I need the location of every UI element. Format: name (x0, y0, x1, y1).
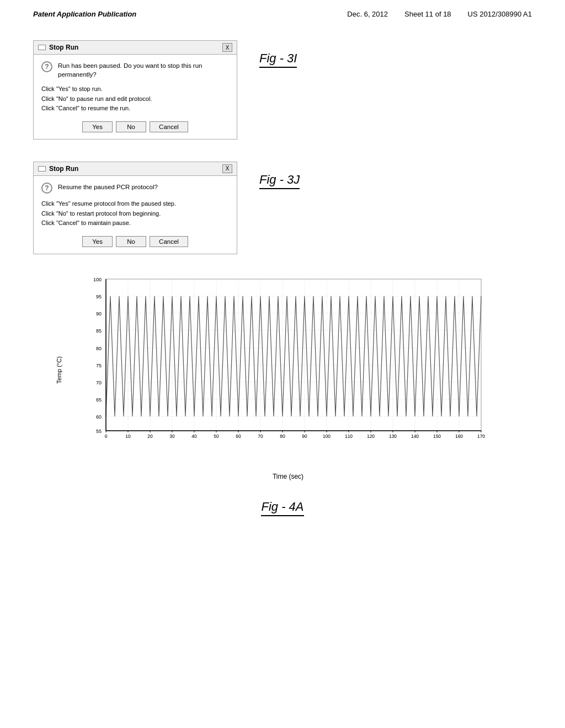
svg-text:50: 50 (214, 433, 219, 439)
chart-svg: 100 95 90 85 80 75 70 (89, 276, 487, 442)
dialog-3i-title: Stop Run (49, 44, 78, 51)
fig-3i-label: Fig - 3I (259, 51, 297, 68)
dialog-3i-body: ? Run has been paused. Do you want to st… (34, 55, 237, 139)
chart-section: Temp (°C) 100 95 90 85 (33, 276, 532, 464)
dialog-3i-no-button[interactable]: No (116, 121, 146, 132)
svg-text:65: 65 (96, 397, 102, 403)
question-icon: ? (41, 61, 52, 72)
patent-number: US 2012/308990 A1 (468, 10, 532, 18)
svg-text:100: 100 (323, 433, 331, 439)
window-icon-2 (38, 166, 46, 172)
dialog-3i-cancel-button[interactable]: Cancel (150, 121, 188, 132)
svg-text:150: 150 (433, 433, 441, 439)
dialog-3j-row: Stop Run X ? Resume the paused PCR proto… (33, 162, 532, 254)
svg-text:170: 170 (477, 433, 485, 439)
page-header: Patent Application Publication Dec. 6, 2… (0, 0, 565, 24)
publication-label: Patent Application Publication (33, 10, 136, 18)
svg-text:80: 80 (280, 433, 285, 439)
dialog-3j-body: ? Resume the paused PCR protocol? Click … (34, 176, 237, 254)
dialog-3j-close-button[interactable]: X (222, 164, 232, 173)
svg-text:0: 0 (105, 433, 108, 439)
publication-date: Dec. 6, 2012 (347, 10, 388, 18)
dialog-3i-title-left: Stop Run (38, 44, 78, 51)
dialog-3j: Stop Run X ? Resume the paused PCR proto… (33, 162, 237, 254)
svg-text:55: 55 (96, 429, 102, 434)
close-icon-2: X (226, 165, 230, 172)
dialog-3j-cancel-button[interactable]: Cancel (150, 236, 188, 247)
header-meta: Dec. 6, 2012 Sheet 11 of 18 US 2012/3089… (347, 10, 532, 18)
svg-text:30: 30 (169, 433, 175, 439)
svg-text:40: 40 (191, 433, 197, 439)
dialog-3j-title-left: Stop Run (38, 165, 78, 173)
main-content: Stop Run X ? Run has been paused. Do you… (0, 24, 565, 533)
svg-text:160: 160 (455, 433, 463, 439)
instruction-line-2: Click "No" to pause run and edit protoco… (41, 95, 152, 102)
dialog-3i-close-button[interactable]: X (222, 43, 232, 52)
dialog-3i-yes-button[interactable]: Yes (82, 121, 113, 132)
window-icon (38, 45, 46, 50)
svg-text:90: 90 (302, 433, 307, 439)
dialog-3j-instructions: Click "Yes" resume protocol from the pau… (41, 199, 229, 228)
dialog-3j-no-button[interactable]: No (116, 236, 146, 247)
instruction-3j-line-1: Click "Yes" resume protocol from the pau… (41, 200, 176, 207)
svg-text:75: 75 (96, 363, 102, 368)
svg-text:10: 10 (125, 433, 131, 439)
instruction-line-1: Click "Yes" to stop run. (41, 85, 103, 92)
dialog-3j-titlebar: Stop Run X (34, 162, 237, 176)
svg-text:60: 60 (96, 414, 102, 420)
chart-container: Temp (°C) 100 95 90 85 (67, 276, 498, 464)
svg-text:80: 80 (96, 346, 102, 351)
dialog-3i-message: Run has been paused. Do you want to stop… (58, 61, 229, 79)
sheet-number: Sheet 11 of 18 (404, 10, 451, 18)
chart-x-label: Time (sec) (89, 473, 487, 480)
svg-text:90: 90 (96, 311, 102, 317)
svg-text:110: 110 (345, 433, 353, 439)
svg-text:100: 100 (93, 277, 102, 282)
svg-text:120: 120 (367, 433, 375, 439)
instruction-3j-line-2: Click "No" to restart protocol from begi… (41, 210, 161, 217)
dialog-3i-instructions: Click "Yes" to stop run. Click "No" to p… (41, 84, 229, 114)
dialog-3i-row: Stop Run X ? Run has been paused. Do you… (33, 40, 532, 140)
question-icon-2: ? (41, 183, 52, 194)
dialog-3j-message-row: ? Resume the paused PCR protocol? (41, 183, 229, 194)
dialog-3i-message-row: ? Run has been paused. Do you want to st… (41, 61, 229, 79)
svg-text:95: 95 (96, 294, 102, 299)
svg-text:130: 130 (389, 433, 397, 439)
instruction-3j-line-3: Click "Cancel" to maintain pause. (41, 220, 131, 226)
dialog-3i-buttons: Yes No Cancel (41, 121, 229, 132)
publication-text: Patent Application Publication (33, 10, 136, 18)
dialog-3j-title: Stop Run (49, 165, 78, 173)
dialog-3j-message: Resume the paused PCR protocol? (58, 183, 158, 191)
svg-text:85: 85 (96, 328, 102, 334)
chart-y-label: Temp (°C) (56, 356, 62, 384)
svg-text:70: 70 (258, 433, 263, 439)
fig-3j-label: Fig - 3J (259, 173, 300, 189)
svg-text:20: 20 (147, 433, 153, 439)
dialog-3j-yes-button[interactable]: Yes (82, 236, 113, 247)
svg-text:60: 60 (236, 433, 241, 439)
close-icon: X (226, 45, 230, 51)
instruction-line-3: Click "Cancel" to resume the run. (41, 105, 130, 111)
dialog-3i: Stop Run X ? Run has been paused. Do you… (33, 40, 237, 140)
svg-text:140: 140 (411, 433, 419, 439)
fig-4a-label: Fig - 4A (33, 500, 532, 516)
dialog-3i-titlebar: Stop Run X (34, 41, 237, 55)
dialog-3j-buttons: Yes No Cancel (41, 236, 229, 247)
svg-text:70: 70 (96, 380, 102, 386)
